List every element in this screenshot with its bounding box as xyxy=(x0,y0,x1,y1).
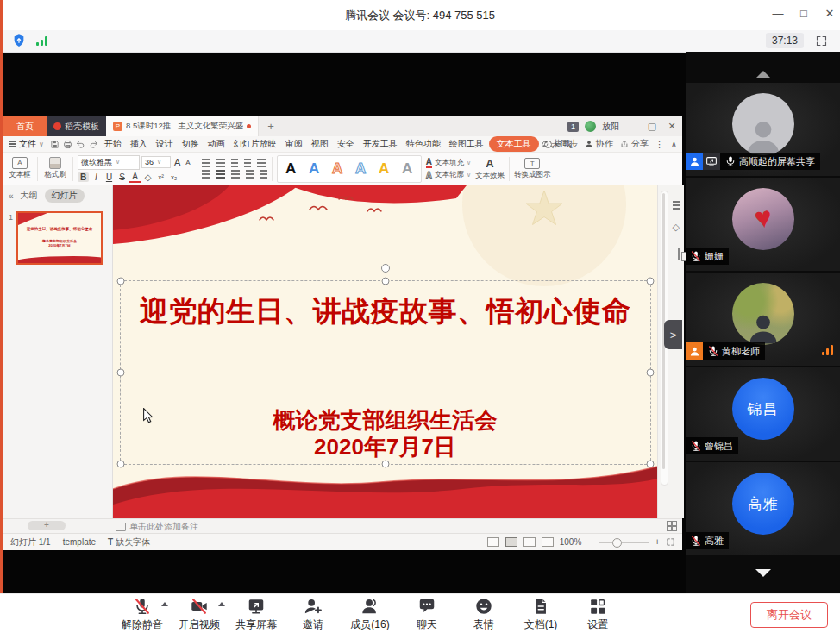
close-button[interactable]: ✕ xyxy=(821,7,838,20)
scroll-down-arrow[interactable] xyxy=(755,569,771,577)
resize-handle-w[interactable] xyxy=(117,369,125,377)
highlight-button[interactable]: ◇ xyxy=(142,172,154,182)
zoom-out-button[interactable]: − xyxy=(587,537,592,547)
participant-tile[interactable]: 锦昌 曾锦昌 xyxy=(686,367,840,461)
emoji-button[interactable]: 表情 xyxy=(455,594,512,633)
font-size-select[interactable]: 36∨ xyxy=(141,156,171,168)
resize-handle-se[interactable] xyxy=(647,461,655,468)
sidebar-collapse-toggle[interactable]: > xyxy=(664,320,682,349)
align-right-icon[interactable] xyxy=(231,170,240,172)
docs-button[interactable]: 文档(1) xyxy=(512,594,569,633)
wps-new-tab-button[interactable]: + xyxy=(259,116,283,136)
superscript-button[interactable]: x² xyxy=(155,173,166,181)
italic-button[interactable]: I xyxy=(91,172,102,182)
resize-handle-ne[interactable] xyxy=(647,278,655,285)
slide-thumbnail-1[interactable]: 1 迎党的生日、讲战疫故事、悟初心使命 概论党支部组织生活会 2020年7月7日 xyxy=(9,211,103,265)
convert-to-diagram-button[interactable]: T 转换成图示 xyxy=(514,158,551,180)
invite-button[interactable]: 邀请 xyxy=(285,594,342,633)
subscript-button[interactable]: x₂ xyxy=(168,173,179,181)
network-signal-icon[interactable] xyxy=(36,36,48,46)
undo-icon[interactable] xyxy=(76,140,85,149)
smart-beautify-icon[interactable]: ◇ xyxy=(673,222,680,233)
zoom-slider[interactable] xyxy=(599,542,649,543)
participant-tile-screen-share[interactable]: 高顺起的屏幕共享 xyxy=(686,83,840,176)
object-properties-icon[interactable] xyxy=(673,194,680,204)
video-options-arrow[interactable] xyxy=(218,602,225,606)
distribute-icon[interactable] xyxy=(260,170,267,172)
increase-indent-icon[interactable] xyxy=(244,159,251,160)
font-color-button[interactable]: A xyxy=(129,172,141,183)
template-indicator[interactable]: template xyxy=(63,537,96,547)
collapse-panel-button[interactable]: « xyxy=(9,191,14,201)
fullscreen-icon[interactable] xyxy=(815,34,828,47)
reading-view-icon[interactable] xyxy=(542,537,554,547)
align-left-icon[interactable] xyxy=(202,170,210,172)
selected-textbox[interactable] xyxy=(120,280,651,465)
minimize-button[interactable]: — xyxy=(769,7,787,20)
menu-item-design[interactable]: 设计 xyxy=(153,138,177,150)
resize-handle-e[interactable] xyxy=(647,369,655,377)
wps-document-tab[interactable]: P 8.5课时12推...主义文化繁荣兴盛 xyxy=(106,116,259,136)
menu-item-transition[interactable]: 切换 xyxy=(179,138,203,150)
strikethrough-button[interactable]: S xyxy=(116,172,128,182)
save-icon[interactable] xyxy=(50,140,60,149)
print-icon[interactable] xyxy=(63,140,72,149)
numbered-list-icon[interactable] xyxy=(216,159,225,160)
notes-placeholder[interactable]: 单击此处添加备注 xyxy=(116,521,198,533)
wordart-style-5[interactable]: A xyxy=(373,156,396,182)
line-spacing-icon[interactable] xyxy=(257,159,266,160)
textbox-button[interactable]: A 文本框 xyxy=(7,157,33,180)
wordart-style-3[interactable]: A xyxy=(326,156,349,182)
zoom-level[interactable]: 100% xyxy=(560,537,582,547)
members-button[interactable]: 成员(16) xyxy=(342,594,398,633)
leave-meeting-button[interactable]: 离开会议 xyxy=(750,602,828,628)
decrease-font-button[interactable]: A xyxy=(184,159,191,166)
collaborate-button[interactable]: 协作 xyxy=(585,138,613,150)
audio-options-arrow[interactable] xyxy=(161,602,168,606)
decrease-indent-icon[interactable] xyxy=(231,159,238,160)
font-name-select[interactable]: 微软雅黑∨ xyxy=(78,155,140,170)
zoom-slider-thumb[interactable] xyxy=(612,538,622,548)
redo-icon[interactable] xyxy=(89,140,98,149)
chat-button[interactable]: 聊天 xyxy=(398,594,455,633)
thumbnail-preview[interactable]: 迎党的生日、讲战疫故事、悟初心使命 概论党支部组织生活会 2020年7月7日 xyxy=(16,211,103,265)
outline-tab[interactable]: 大纲 xyxy=(21,190,38,202)
wps-user-avatar[interactable] xyxy=(585,121,596,132)
text-tool-tab[interactable]: 文本工具 xyxy=(489,136,539,152)
participant-tile[interactable]: 高雅 高雅 xyxy=(686,462,840,555)
maximize-button[interactable]: □ xyxy=(795,7,812,20)
unmute-button[interactable]: 解除静音 xyxy=(114,594,171,633)
bullet-list-icon[interactable] xyxy=(202,159,210,160)
resize-handle-sw[interactable] xyxy=(117,461,125,468)
wps-home-tab[interactable]: 首页 xyxy=(3,116,47,136)
zoom-in-button[interactable]: + xyxy=(655,537,660,547)
menu-item-view[interactable]: 视图 xyxy=(308,138,332,150)
justify-icon[interactable] xyxy=(246,170,254,172)
slides-tab[interactable]: 幻灯片 xyxy=(45,189,85,203)
notes-view-icon[interactable] xyxy=(487,537,499,547)
menu-item-start[interactable]: 开始 xyxy=(101,138,125,150)
text-effect-button[interactable]: A 文本效果 xyxy=(475,157,505,181)
share-screen-button[interactable]: 共享屏幕 xyxy=(228,594,285,633)
menu-item-security[interactable]: 安全 xyxy=(334,138,358,150)
security-shield-icon[interactable] xyxy=(12,34,26,47)
participant-tile[interactable]: ♥ 姗姗 xyxy=(686,178,840,271)
underline-button[interactable]: U xyxy=(103,172,115,182)
wordart-style-4[interactable]: A xyxy=(349,156,373,182)
wordart-style-2[interactable]: A xyxy=(303,156,326,182)
more-menu-icon[interactable]: ⋮ xyxy=(655,140,664,149)
wordart-style-1[interactable]: A xyxy=(279,156,303,182)
resize-handle-s[interactable] xyxy=(382,461,390,468)
menu-item-animation[interactable]: 动画 xyxy=(204,138,229,150)
normal-view-icon[interactable] xyxy=(505,537,517,547)
participant-tile[interactable]: 黄柳老师 xyxy=(686,273,840,366)
new-slide-button[interactable]: + xyxy=(28,521,66,530)
settings-button[interactable]: 设置 xyxy=(569,594,626,633)
missing-font-warning[interactable]: T缺失字体 xyxy=(108,536,150,548)
wps-docer-tab[interactable]: 稻壳模板 xyxy=(47,116,106,136)
sync-status[interactable]: 未同步 xyxy=(541,138,578,150)
bold-button[interactable]: B xyxy=(78,172,89,182)
slide-canvas[interactable]: 迎党的生日、讲战疫故事、悟初心使命 概论党支部组织生活会 2020年7月7日 xyxy=(113,185,657,518)
menu-item-devtools[interactable]: 开发工具 xyxy=(360,138,401,150)
file-menu[interactable]: 文件 ∨ xyxy=(9,138,44,150)
